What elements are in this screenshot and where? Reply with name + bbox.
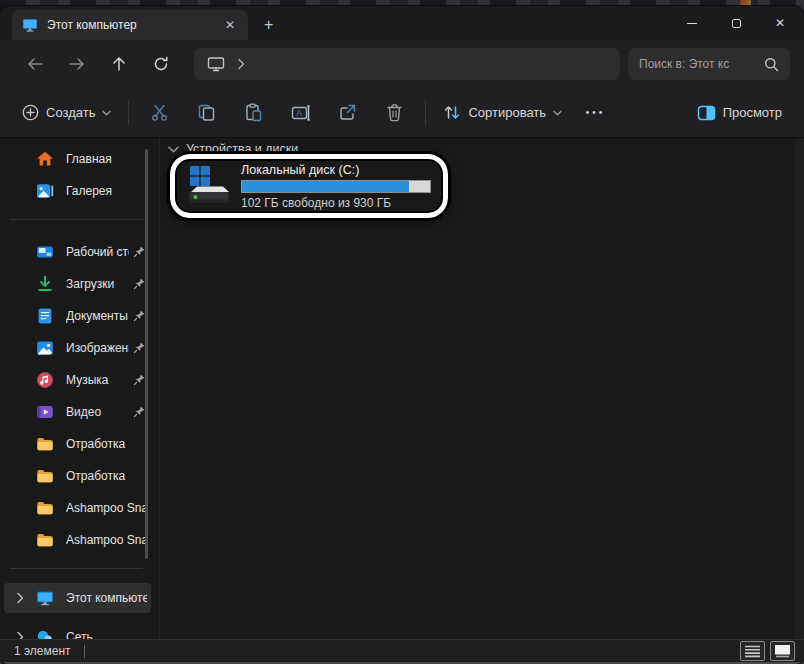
tab-close-icon[interactable]: ✕ [220,15,240,35]
sidebar-item-desktop[interactable]: Рабочий сто [4,236,151,268]
sidebar-item-label: Изображени [66,341,129,355]
icons-view-button[interactable] [770,641,795,661]
chevron-right-icon[interactable] [16,592,36,604]
search-placeholder: Поиск в: Этот кс [639,57,764,71]
sidebar-item-label: Музыка [66,373,129,387]
desktop-icon [36,243,54,261]
new-tab-button[interactable]: + [264,17,273,33]
sidebar-scrollbar[interactable] [145,149,148,559]
drive-usage-bar [241,180,431,193]
sort-arrows-icon [443,104,461,121]
status-bar: 1 элемент [0,639,804,662]
sidebar-item-label: Ashampoo Snap [66,533,147,547]
toolbar-separator [128,101,129,125]
refresh-button[interactable] [140,47,182,81]
explorer-tab[interactable]: Этот компьютер ✕ [12,10,248,40]
view-panel-icon [697,105,716,121]
home-icon [36,150,54,168]
minimize-button[interactable] [670,6,714,40]
sidebar-item-video[interactable]: Видео [4,396,151,428]
background-speck [740,0,751,5]
details-view-button[interactable] [740,641,765,661]
sidebar-item-label: Документы [66,309,129,323]
up-button[interactable] [98,47,140,81]
new-button[interactable]: Создать [12,96,121,130]
minimize-icon [687,23,697,24]
sidebar-item-label: Главная [66,152,147,166]
chevron-down-icon [168,146,179,153]
large-icons-view-icon [774,644,791,658]
folder-icon [36,467,54,485]
forward-button[interactable] [56,47,98,81]
status-divider [84,645,85,658]
folder-view: Устройства и диски Локальный диск (C:) 1… [160,138,804,639]
main-scrollbar-gutter[interactable] [795,138,804,639]
this-pc-favicon-icon [22,17,38,33]
this-pc-location-icon [207,56,225,72]
rename-button[interactable]: A [277,96,324,130]
sidebar-item-otrabotka-2[interactable]: Отработка [4,460,151,492]
chevron-right-icon[interactable] [16,631,36,639]
sidebar-item-label: Галерея [66,184,147,198]
close-button[interactable]: ✕ [758,6,802,40]
cut-button[interactable] [136,96,183,130]
address-bar[interactable] [194,48,620,80]
sidebar-item-this-pc[interactable]: Этот компьюте [4,583,151,613]
sidebar-item-home[interactable]: Главная [4,143,151,175]
view-button[interactable]: Просмотр [687,96,792,130]
pictures-icon [36,339,54,357]
new-button-label: Создать [46,105,95,120]
local-disk-item[interactable]: Локальный диск (C:) 102 ГБ свободно из 9… [241,163,431,210]
view-mode-switcher [740,641,795,661]
plus-circle-icon [22,104,39,121]
folder-icon [36,531,54,549]
command-bar: Создать A Сортировать ••• Просмотр [0,88,804,138]
folder-icon [36,499,54,517]
share-button[interactable] [324,96,371,130]
local-disk-icon[interactable] [187,164,231,208]
sidebar-item-downloads[interactable]: Загрузки [4,268,151,300]
sidebar-item-ashampoo-snap-1[interactable]: Ashampoo Snap [4,492,151,524]
drive-usage-fill [242,181,409,192]
back-button[interactable] [14,47,56,81]
sidebar-item-label: Этот компьюте [66,591,147,605]
view-button-label: Просмотр [723,105,782,120]
content-area: ГлавнаяГалереяРабочий стоЗагрузкиДокумен… [0,138,804,639]
sidebar-item-otrabotka-1[interactable]: Отработка [4,428,151,460]
search-box[interactable]: Поиск в: Этот кс [628,48,790,80]
sidebar-item-documents[interactable]: Документы [4,300,151,332]
copy-button[interactable] [183,96,230,130]
sidebar-list: ГлавнаяГалереяРабочий стоЗагрузкиДокумен… [0,143,153,639]
sidebar-item-label: Отработка [66,437,147,451]
sidebar-item-gallery[interactable]: Галерея [4,175,151,207]
trash-icon [386,103,403,122]
navigation-bar: Поиск в: Этот кс [0,40,804,88]
sort-button-label: Сортировать [468,105,546,120]
sidebar-item-network[interactable]: Сеть [4,621,151,639]
search-icon [764,57,779,72]
title-bar: Этот компьютер ✕ + ✕ [0,6,804,40]
paste-button[interactable] [230,96,277,130]
sidebar-separator [10,219,143,220]
chevron-down-icon [553,110,562,116]
highlight-annotation: Локальный диск (C:) 102 ГБ свободно из 9… [170,154,448,218]
sort-button[interactable]: Сортировать [433,96,572,130]
network-icon [36,628,54,639]
maximize-button[interactable] [714,6,758,40]
folder-icon [36,435,54,453]
drive-free-space: 102 ГБ свободно из 930 ГБ [241,196,431,210]
sidebar-separator [10,568,143,569]
navigation-pane: ГлавнаяГалереяРабочий стоЗагрузкиДокумен… [0,138,160,639]
window-controls: ✕ [670,6,802,40]
gallery-icon [36,182,54,200]
downloads-icon [36,275,54,293]
sidebar-item-label: Сеть [66,630,147,639]
sidebar-item-music[interactable]: Музыка [4,364,151,396]
sidebar-item-pictures[interactable]: Изображени [4,332,151,364]
details-view-icon [744,645,761,658]
delete-button[interactable] [371,96,418,130]
file-explorer-window: Этот компьютер ✕ + ✕ Поиск в: Этот кс [0,6,804,664]
more-options-button[interactable]: ••• [572,96,619,130]
sidebar-item-ashampoo-snap-2[interactable]: Ashampoo Snap [4,524,151,556]
chevron-down-icon [102,110,111,116]
